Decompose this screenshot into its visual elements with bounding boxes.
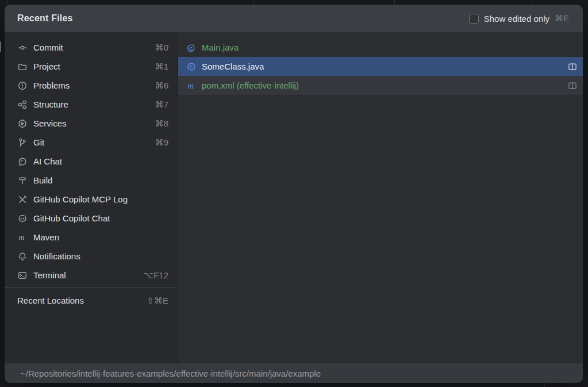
open-in-split-icon[interactable] <box>567 81 577 90</box>
file-name: pom.xml (effective-intellij) <box>202 81 299 90</box>
sidebar-item-label: Git <box>33 137 44 147</box>
sidebar-item-label: Maven <box>33 232 59 242</box>
sidebar-item-problems[interactable]: Problems⌘6 <box>5 76 178 95</box>
maven-file-icon: m <box>186 81 197 90</box>
hammer-icon <box>17 175 27 185</box>
popup-header: Recent Files Show edited only ⌘E <box>5 5 583 32</box>
sidebar-item-structure[interactable]: Structure⌘7 <box>5 95 178 114</box>
sidebar-item-label: Problems <box>33 81 70 90</box>
show-edited-only-shortcut: ⌘E <box>555 13 569 24</box>
sidebar-item-project[interactable]: Project⌘1 <box>5 57 178 76</box>
ai-chat-icon <box>17 156 27 166</box>
services-icon <box>17 118 27 128</box>
sidebar-item-recent-locations[interactable]: Recent Locations⇧⌘E <box>5 291 178 310</box>
sidebar-item-terminal[interactable]: Terminal⌥F12 <box>5 266 178 285</box>
open-in-split-icon[interactable] <box>567 62 577 71</box>
show-edited-only-checkbox[interactable] <box>469 14 479 24</box>
file-row-main-java[interactable]: CMain.java <box>178 38 583 57</box>
sidebar-item-notifications[interactable]: Notifications <box>5 247 178 266</box>
sidebar-item-label: Services <box>33 118 67 128</box>
copilot-icon <box>17 213 27 223</box>
sidebar-item-commit[interactable]: Commit⌘0 <box>5 38 178 57</box>
tool-window-sidebar: Commit⌘0Project⌘1Problems⌘6Structure⌘7Se… <box>5 32 178 363</box>
ide-tab-separator <box>7 0 8 5</box>
popup-title: Recent Files <box>17 13 73 24</box>
sidebar-item-ai-chat[interactable]: AI Chat <box>5 152 178 171</box>
sidebar-item-github-copilot-mcp-log[interactable]: GitHub Copilot MCP Log <box>5 190 178 209</box>
sidebar-item-build[interactable]: Build <box>5 171 178 190</box>
sidebar-item-git[interactable]: Git⌘9 <box>5 133 178 152</box>
bell-icon <box>17 251 27 261</box>
sidebar-item-services[interactable]: Services⌘8 <box>5 114 178 133</box>
sidebar-item-label: Structure <box>33 99 68 109</box>
sidebar-item-shortcut: ⌘1 <box>155 62 168 72</box>
svg-text:m: m <box>18 233 24 242</box>
sidebar-item-label: AI Chat <box>33 156 62 166</box>
sidebar-item-label: Commit <box>33 43 63 52</box>
popup-footer: ~/Repositories/intellij-features-example… <box>5 363 583 383</box>
sidebar-item-shortcut: ⌘8 <box>155 118 168 129</box>
structure-icon <box>17 99 27 109</box>
maven-icon: m <box>17 232 27 242</box>
recent-files-popup: Recent Files Show edited only ⌘E Commit⌘… <box>5 5 583 383</box>
commit-icon <box>17 43 27 52</box>
show-edited-only-control[interactable]: Show edited only ⌘E <box>469 13 569 24</box>
sidebar-item-shortcut: ⌘0 <box>155 43 168 53</box>
file-name: Main.java <box>202 43 239 52</box>
show-edited-only-label[interactable]: Show edited only <box>484 14 549 24</box>
ide-panel-separator <box>544 383 545 387</box>
sidebar-item-maven[interactable]: mMaven <box>5 228 178 247</box>
file-row-someclass-java[interactable]: CSomeClass.java <box>178 57 583 76</box>
ide-tab-separator <box>253 0 253 5</box>
recent-locations-shortcut: ⇧⌘E <box>147 296 168 306</box>
sidebar-item-shortcut: ⌥F12 <box>144 270 168 281</box>
sidebar-item-shortcut: ⌘9 <box>155 137 168 148</box>
folder-icon <box>17 62 27 71</box>
ide-tab-separator <box>394 0 395 5</box>
recent-locations-label: Recent Locations <box>17 296 84 305</box>
class-icon: C <box>186 62 197 71</box>
recent-file-list: CMain.javaCSomeClass.javampom.xml (effec… <box>178 32 583 363</box>
terminal-icon <box>17 270 27 280</box>
sidebar-item-label: Terminal <box>33 270 66 280</box>
popup-content: Commit⌘0Project⌘1Problems⌘6Structure⌘7Se… <box>5 32 583 363</box>
problems-icon <box>17 81 27 90</box>
sidebar-item-label: Notifications <box>33 251 80 261</box>
ide-tab-separator <box>532 0 532 5</box>
selected-file-path: ~/Repositories/intellij-features-example… <box>21 369 321 378</box>
tools-icon <box>17 194 27 204</box>
sidebar-item-shortcut: ⌘6 <box>155 81 168 91</box>
sidebar-item-label: Build <box>33 175 52 185</box>
svg-text:C: C <box>190 64 193 70</box>
sidebar-item-github-copilot-chat[interactable]: GitHub Copilot Chat <box>5 209 178 228</box>
file-row-pom-xml-effective-intellij[interactable]: mpom.xml (effective-intellij) <box>178 76 583 95</box>
svg-text:m: m <box>187 81 193 90</box>
file-name: SomeClass.java <box>202 62 264 71</box>
sidebar-item-label: GitHub Copilot MCP Log <box>33 194 128 204</box>
run-class-icon: C <box>186 43 197 52</box>
git-branch-icon <box>17 137 27 147</box>
sidebar-item-label: Project <box>33 62 60 71</box>
sidebar-divider <box>5 288 178 288</box>
sidebar-item-shortcut: ⌘7 <box>155 99 168 110</box>
sidebar-item-label: GitHub Copilot Chat <box>33 213 110 223</box>
ide-edge-notch <box>0 41 1 52</box>
